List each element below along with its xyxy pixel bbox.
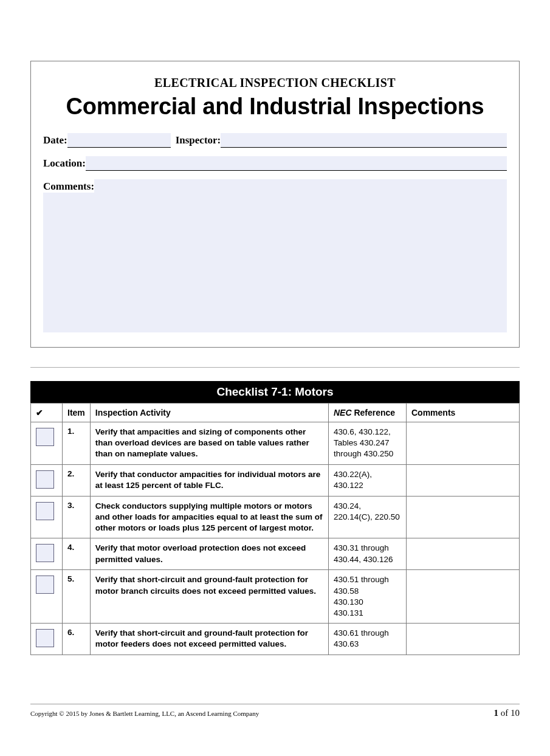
table-row: 4. Verify that motor overload protection… [31,538,520,570]
activity-text: Verify that short-circuit and ground-fau… [90,624,328,655]
activity-text: Check conductors supplying multiple moto… [90,496,328,538]
nec-reference: 430.31 through 430.44, 430.126 [329,538,407,570]
page-footer: Copyright © 2015 by Jones & Bartlett Lea… [30,704,520,718]
overline: ELECTRICAL INSPECTION CHECKLIST [43,76,507,90]
table-row: 1. Verify that ampacities and sizing of … [31,422,520,465]
page-current: 1 [494,708,499,718]
check-cell [31,422,63,465]
page-number: 1 of 10 [494,708,520,718]
date-input[interactable] [67,133,171,148]
location-input[interactable] [86,156,507,171]
check-cell [31,538,63,570]
activity-text: Verify that short-circuit and ground-fau… [90,570,328,624]
col-header-comments: Comments [407,404,520,422]
activity-text: Verify that motor overload protection do… [90,538,328,570]
col-header-item: Item [63,404,91,422]
table-header-row: ✔ Item Inspection Activity NEC Reference… [31,404,520,422]
date-label: Date: [43,134,67,148]
check-cell [31,464,63,496]
col-header-activity: Inspection Activity [90,404,328,422]
location-label: Location: [43,157,86,171]
activity-text: Verify that conductor ampacities for ind… [90,464,328,496]
header-info-box: ELECTRICAL INSPECTION CHECKLIST Commerci… [30,61,520,348]
row-location: Location: [43,156,507,171]
inspector-label: Inspector: [176,134,221,148]
comments-textarea[interactable] [43,193,507,332]
row-date-inspector: Date: Inspector: [43,133,507,148]
checkbox[interactable] [36,544,54,562]
check-cell [31,496,63,538]
checklist-body: 1. Verify that ampacities and sizing of … [31,422,520,655]
col-header-nec: NEC Reference [329,404,407,422]
item-number: 4. [63,538,91,570]
row-comments[interactable] [407,496,520,538]
page-total: 10 [510,708,520,718]
check-cell [31,570,63,624]
nec-reference: 430.51 through 430.58 430.130 430.131 [329,570,407,624]
row-comments[interactable] [407,422,520,465]
checkbox[interactable] [36,428,54,446]
nec-reference: 430.6, 430.122, Tables 430.247 through 4… [329,422,407,465]
row-comments[interactable] [407,464,520,496]
nec-reference: 430.61 through 430.63 [329,624,407,655]
checklist-table: ✔ Item Inspection Activity NEC Reference… [30,403,520,655]
section-divider [30,367,520,368]
nec-reference: 430.24, 220.14(C), 220.50 [329,496,407,538]
table-row: 3. Check conductors supplying multiple m… [31,496,520,538]
check-cell [31,624,63,655]
row-comments[interactable] [407,570,520,624]
item-number: 2. [63,464,91,496]
row-comments[interactable] [407,538,520,570]
activity-text: Verify that ampacities and sizing of com… [90,422,328,465]
row-comments-label: Comments: [43,179,507,194]
table-row: 6. Verify that short-circuit and ground-… [31,624,520,655]
checkbox[interactable] [36,576,54,594]
item-number: 5. [63,570,91,624]
inspector-input[interactable] [221,133,507,148]
checkbox[interactable] [36,502,54,520]
page-title: Commercial and Industrial Inspections [43,94,507,120]
checklist-section: Checklist 7-1: Motors ✔ Item Inspection … [30,381,520,655]
checklist-title: Checklist 7-1: Motors [30,381,520,403]
table-row: 5. Verify that short-circuit and ground-… [31,570,520,624]
checkbox[interactable] [36,470,54,489]
item-number: 1. [63,422,91,465]
comments-firstline-input[interactable] [94,179,507,194]
checkbox[interactable] [36,629,54,647]
item-number: 6. [63,624,91,655]
row-comments[interactable] [407,624,520,655]
comments-label: Comments: [43,180,94,194]
col-header-check: ✔ [31,404,63,422]
copyright-text: Copyright © 2015 by Jones & Bartlett Lea… [30,710,259,717]
page-sep: of [498,708,510,718]
table-row: 2. Verify that conductor ampacities for … [31,464,520,496]
page: ELECTRICAL INSPECTION CHECKLIST Commerci… [0,61,550,718]
item-number: 3. [63,496,91,538]
nec-reference: 430.22(A), 430.122 [329,464,407,496]
